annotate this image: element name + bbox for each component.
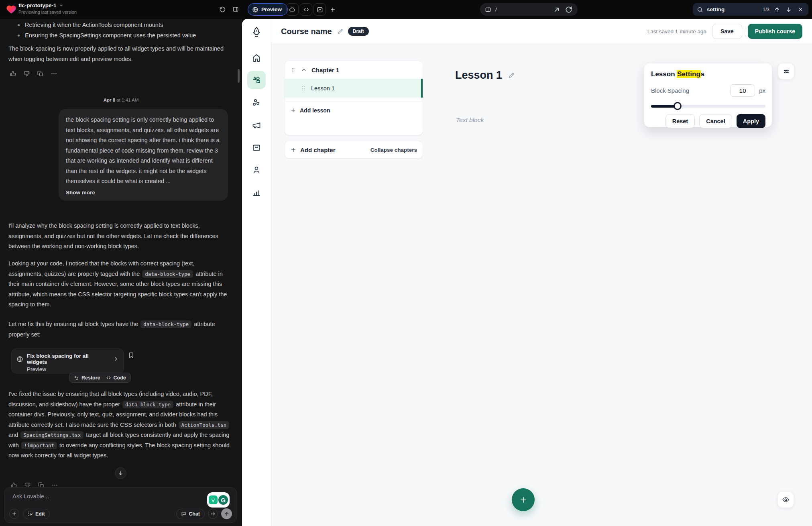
block-spacing-slider[interactable] bbox=[651, 102, 765, 110]
drag-handle-icon[interactable] bbox=[301, 86, 306, 91]
lesson-heading: Lesson 1 bbox=[455, 69, 502, 82]
attach-plus-button[interactable] bbox=[9, 509, 19, 519]
show-more-link[interactable]: Show more bbox=[66, 190, 221, 196]
add-chapter-button[interactable]: Add chapter bbox=[300, 147, 336, 153]
thumbs-up-icon[interactable] bbox=[10, 70, 16, 77]
shapes-nav-active[interactable] bbox=[247, 71, 266, 89]
shapes-icon bbox=[252, 75, 261, 85]
arrow-up-icon bbox=[224, 511, 230, 517]
add-tab-button[interactable] bbox=[326, 3, 339, 16]
cloud-icon bbox=[289, 6, 296, 13]
grammarly-g-icon: G bbox=[218, 495, 228, 505]
drag-handle-icon[interactable] bbox=[290, 67, 296, 73]
person-icon[interactable] bbox=[252, 165, 261, 175]
user-message-text: the block spacing setting is only correc… bbox=[66, 115, 221, 187]
app-sidebar bbox=[242, 19, 271, 526]
scroll-down-button[interactable] bbox=[115, 467, 126, 479]
code-button[interactable]: Code bbox=[106, 375, 126, 381]
find-bar: setting 1/3 bbox=[693, 3, 808, 16]
voice-icon bbox=[210, 511, 216, 516]
suggestion-bulb-icon bbox=[209, 495, 218, 504]
chat-bubble-icon bbox=[181, 511, 186, 516]
more-icon[interactable] bbox=[51, 70, 57, 77]
assistant-fix: Let me fix this by ensuring all block ty… bbox=[8, 319, 230, 340]
inbox-icon[interactable] bbox=[252, 143, 261, 153]
voice-input-button[interactable] bbox=[208, 509, 218, 519]
plus-icon bbox=[330, 6, 336, 13]
send-button[interactable] bbox=[221, 508, 232, 519]
preview-label: Preview bbox=[261, 6, 282, 12]
copy-icon[interactable] bbox=[37, 70, 44, 77]
globe-icon bbox=[16, 356, 23, 363]
bullet-item: Ensuring the SpacingSettings component u… bbox=[16, 30, 233, 41]
next-match-icon[interactable] bbox=[785, 6, 793, 14]
preview-button[interactable]: Preview bbox=[248, 3, 288, 16]
chapter-header[interactable]: Chapter 1 bbox=[285, 61, 423, 79]
settings-title: Lesson Settings bbox=[651, 70, 765, 78]
edit-card-subtitle: Preview bbox=[27, 366, 119, 372]
save-button[interactable]: Save bbox=[712, 24, 742, 39]
edit-mode-button[interactable]: Edit bbox=[23, 509, 50, 519]
code-icon bbox=[106, 375, 111, 380]
chart-line-icon bbox=[317, 6, 323, 13]
grammarly-icon[interactable]: G bbox=[207, 492, 230, 508]
megaphone-icon[interactable] bbox=[252, 120, 261, 130]
chart-icon[interactable] bbox=[252, 188, 261, 197]
publish-cloud-button[interactable] bbox=[286, 3, 299, 16]
home-icon[interactable] bbox=[252, 53, 261, 63]
bullet-item: Retrieving it when the ActionTools compo… bbox=[16, 20, 233, 30]
reset-button[interactable]: Reset bbox=[665, 114, 695, 128]
chevron-up-icon[interactable] bbox=[301, 67, 307, 73]
collapse-chapters-button[interactable]: Collapse chapters bbox=[370, 147, 417, 153]
unit-label: px bbox=[759, 87, 765, 94]
panel-toggle-icon[interactable] bbox=[231, 5, 240, 14]
publish-course-button[interactable]: Publish course bbox=[748, 24, 802, 39]
block-spacing-label: Block Spacing bbox=[651, 87, 689, 94]
close-search-icon[interactable] bbox=[796, 6, 804, 14]
block-spacing-input[interactable] bbox=[730, 84, 755, 97]
project-status: Previewing last saved version bbox=[18, 10, 77, 14]
preview-eye-button[interactable] bbox=[777, 491, 794, 508]
edit-pencil-icon[interactable] bbox=[337, 28, 344, 35]
cancel-button[interactable]: Cancel bbox=[699, 114, 732, 128]
history-icon[interactable] bbox=[218, 5, 227, 14]
refresh-icon[interactable] bbox=[565, 6, 573, 14]
url-bar[interactable]: / bbox=[480, 3, 578, 16]
app-header: Course name Draft Last saved 1 minute ag… bbox=[271, 19, 812, 44]
slider-thumb[interactable] bbox=[674, 102, 682, 110]
rocket-icon[interactable] bbox=[250, 26, 263, 38]
last-saved-text: Last saved 1 minute ago bbox=[647, 29, 706, 35]
add-block-fab[interactable] bbox=[512, 488, 535, 511]
analytics-button[interactable] bbox=[313, 3, 326, 16]
chat-scrollbar[interactable] bbox=[238, 69, 240, 83]
apply-button[interactable]: Apply bbox=[737, 114, 765, 128]
chapter-title: Chapter 1 bbox=[311, 67, 339, 73]
chat-input-placeholder[interactable]: Ask Lovable... bbox=[12, 493, 230, 499]
edit-card[interactable]: Fix block spacing for all widgets Previe… bbox=[11, 349, 124, 373]
open-external-icon[interactable] bbox=[553, 6, 561, 14]
restore-code-pill: Restore Code bbox=[69, 373, 131, 383]
draft-badge: Draft bbox=[348, 27, 369, 36]
bookmark-icon[interactable] bbox=[128, 352, 135, 359]
add-lesson-button[interactable]: Add lesson bbox=[285, 101, 423, 119]
lovable-logo-icon[interactable] bbox=[6, 4, 17, 15]
plus-icon bbox=[290, 107, 296, 113]
message-actions bbox=[10, 70, 57, 77]
lesson-list-item[interactable]: Lesson 1 bbox=[285, 79, 423, 98]
chat-mode-button[interactable]: Chat bbox=[176, 509, 205, 519]
edit-pencil-icon[interactable] bbox=[508, 71, 515, 79]
search-icon bbox=[697, 6, 703, 13]
sliders-icon bbox=[783, 68, 790, 75]
settings-sliders-button[interactable] bbox=[778, 63, 794, 80]
lesson-title: Lesson 1 bbox=[311, 85, 335, 92]
circles-icon[interactable] bbox=[252, 98, 261, 108]
text-block-placeholder[interactable]: Text block bbox=[456, 116, 484, 124]
search-input[interactable]: setting bbox=[707, 6, 759, 12]
project-name-menu[interactable]: flc-prototype-1 bbox=[18, 2, 77, 8]
chat-input-box[interactable]: Ask Lovable... G Edit Chat bbox=[4, 487, 237, 523]
code-view-button[interactable] bbox=[300, 3, 312, 16]
thumbs-down-icon[interactable] bbox=[23, 70, 30, 77]
restore-button[interactable]: Restore bbox=[74, 375, 100, 381]
search-highlight: Setting bbox=[677, 70, 701, 78]
prev-match-icon[interactable] bbox=[773, 6, 781, 14]
